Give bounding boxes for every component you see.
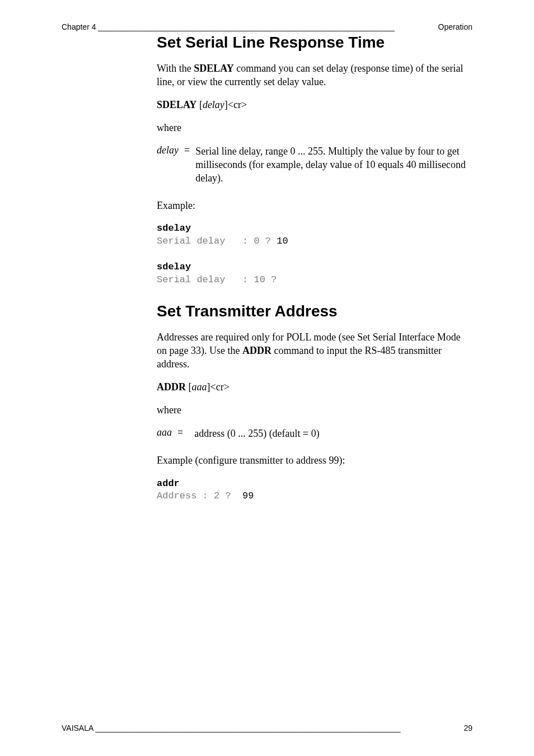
code-cmd: addr bbox=[157, 478, 180, 489]
section2-intro: Addresses are required only for POLL mod… bbox=[157, 330, 472, 371]
section2-syntax: ADDR [aaa]<cr> bbox=[157, 381, 472, 393]
code-output: Address : 2 ? bbox=[157, 491, 237, 501]
section2-def-term: aaa bbox=[157, 427, 172, 440]
page-header: Chapter 4 ______________________________… bbox=[62, 22, 472, 31]
section2-syntax-close: ]<cr> bbox=[207, 381, 229, 393]
footer-right: 29 bbox=[463, 724, 472, 732]
page: Chapter 4 ______________________________… bbox=[0, 0, 534, 756]
section2-def-row: aaa = address (0 ... 255) (default = 0) bbox=[157, 427, 472, 440]
section1-code-block: sdelay Serial delay : 0 ? 10 sdelay Seri… bbox=[157, 222, 472, 287]
section2-title: Set Transmitter Address bbox=[157, 302, 472, 320]
section1-intro-pre: With the bbox=[157, 63, 194, 74]
section2-def-sep: = bbox=[172, 427, 189, 440]
section2-syntax-arg: aaa bbox=[192, 381, 207, 393]
code-input: 99 bbox=[237, 491, 254, 501]
section2-def-text: address (0 ... 255) (default = 0) bbox=[189, 427, 320, 440]
code-cmd: sdelay bbox=[157, 223, 191, 234]
page-footer: VAISALA ________________________________… bbox=[62, 724, 472, 732]
section1-def-sep: = bbox=[179, 144, 195, 185]
footer-row: VAISALA ________________________________… bbox=[62, 724, 472, 732]
section1-def-row: delay = Serial line delay, range 0 ... 2… bbox=[157, 144, 472, 185]
section1-example-label: Example: bbox=[157, 199, 472, 212]
code-output: Serial delay : 10 ? bbox=[157, 274, 277, 285]
section2-code-block: addr Address : 2 ? 99 bbox=[157, 478, 472, 503]
section2-example-label: Example (configure transmitter to addres… bbox=[157, 454, 472, 467]
section1-intro: With the SDELAY command you can set dela… bbox=[157, 62, 472, 89]
header-right: Operation bbox=[438, 22, 472, 31]
section1-syntax-open: [ bbox=[196, 99, 203, 110]
section1-syntax-cmd: SDELAY bbox=[157, 99, 196, 110]
section1-syntax-arg: delay bbox=[203, 99, 224, 110]
header-left: Chapter 4 ______________________________… bbox=[62, 22, 395, 31]
section1-title: Set Serial Line Response Time bbox=[157, 34, 472, 52]
section1-syntax-close: ]<cr> bbox=[224, 99, 247, 110]
footer-left: VAISALA ________________________________… bbox=[62, 724, 400, 732]
code-input: 10 bbox=[271, 236, 288, 246]
section1-def-term: delay bbox=[157, 144, 179, 185]
section1-syntax: SDELAY [delay]<cr> bbox=[157, 99, 472, 111]
content-area: Set Serial Line Response Time With the S… bbox=[62, 34, 472, 503]
section2-intro-cmd: ADDR bbox=[242, 345, 271, 356]
section1-where-label: where bbox=[157, 121, 472, 134]
section1-def-text: Serial line delay, range 0 ... 255. Mult… bbox=[195, 144, 472, 185]
code-cmd: sdelay bbox=[157, 262, 191, 272]
section2-where-label: where bbox=[157, 403, 472, 417]
section2-syntax-open: [ bbox=[186, 381, 192, 393]
code-output: Serial delay : 0 ? bbox=[157, 236, 271, 246]
section1-intro-cmd: SDELAY bbox=[194, 63, 233, 74]
section2-syntax-cmd: ADDR bbox=[157, 381, 186, 393]
